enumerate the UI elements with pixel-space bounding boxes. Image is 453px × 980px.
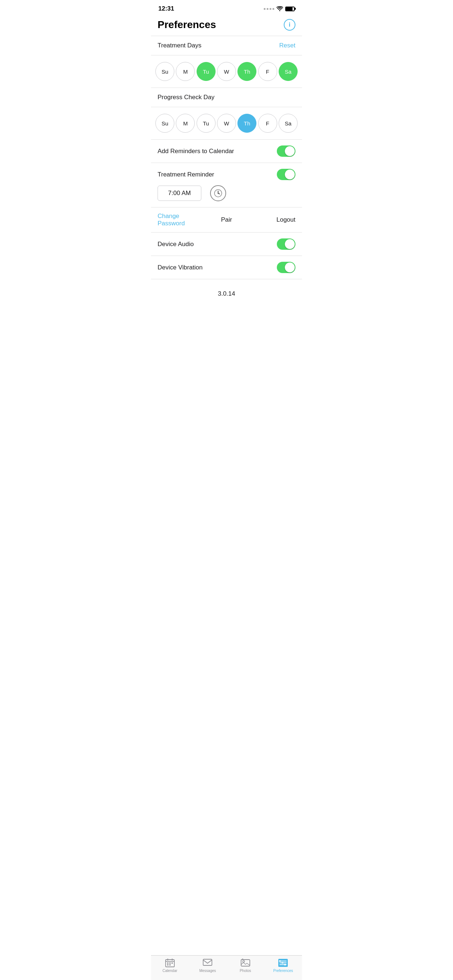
logout-button[interactable]: Logout bbox=[249, 216, 295, 223]
reminders-calendar-label: Add Reminders to Calendar bbox=[158, 148, 234, 155]
reset-button[interactable]: Reset bbox=[279, 42, 295, 49]
treatment-reminder-section: Treatment Reminder 7:00 AM bbox=[151, 163, 302, 207]
progress-check-section: Progress Check Day bbox=[151, 88, 302, 107]
day-th-progress[interactable]: Th bbox=[238, 114, 257, 133]
day-f-treatment[interactable]: F bbox=[258, 62, 277, 81]
pair-button[interactable]: Pair bbox=[204, 216, 249, 223]
day-th-treatment[interactable]: Th bbox=[238, 62, 257, 81]
toggle-knob bbox=[285, 146, 295, 156]
status-time: 12:31 bbox=[158, 5, 174, 13]
day-m-progress[interactable]: M bbox=[176, 114, 195, 133]
treatment-days-section: Treatment Days Reset bbox=[151, 36, 302, 55]
time-row: 7:00 AM bbox=[158, 185, 295, 201]
device-vibration-row: Device Vibration bbox=[158, 262, 295, 273]
clock-svg bbox=[214, 189, 222, 197]
day-tu-treatment[interactable]: Tu bbox=[196, 62, 215, 81]
reminders-calendar-section: Add Reminders to Calendar bbox=[151, 140, 302, 162]
day-su-treatment[interactable]: Su bbox=[155, 62, 174, 81]
clock-icon[interactable] bbox=[210, 185, 226, 201]
battery-icon bbox=[285, 6, 295, 11]
day-sa-progress[interactable]: Sa bbox=[279, 114, 298, 133]
status-bar: 12:31 bbox=[151, 0, 302, 15]
day-su-progress[interactable]: Su bbox=[155, 114, 174, 133]
progress-check-picker: Su M Tu W Th F Sa bbox=[151, 107, 302, 139]
day-f-progress[interactable]: F bbox=[258, 114, 277, 133]
actions-row: Change Password Pair Logout bbox=[151, 207, 302, 232]
day-m-treatment[interactable]: M bbox=[176, 62, 195, 81]
device-audio-section: Device Audio bbox=[151, 232, 302, 256]
time-input[interactable]: 7:00 AM bbox=[158, 186, 201, 201]
device-vibration-toggle[interactable] bbox=[277, 262, 295, 273]
day-w-progress[interactable]: W bbox=[217, 114, 236, 133]
change-password-button[interactable]: Change Password bbox=[158, 213, 204, 227]
toggle-knob-2 bbox=[285, 170, 295, 180]
day-w-treatment[interactable]: W bbox=[217, 62, 236, 81]
toggle-knob-3 bbox=[285, 239, 295, 249]
device-audio-label: Device Audio bbox=[158, 240, 194, 248]
day-tu-progress[interactable]: Tu bbox=[196, 114, 215, 133]
device-audio-toggle[interactable] bbox=[277, 239, 295, 250]
signal-icon bbox=[264, 8, 274, 10]
treatment-reminder-label: Treatment Reminder bbox=[158, 171, 214, 178]
svg-point-4 bbox=[218, 193, 219, 194]
page-header: Preferences i bbox=[151, 15, 302, 36]
toggle-knob-4 bbox=[285, 262, 295, 272]
svg-point-0 bbox=[279, 10, 281, 11]
treatment-days-label: Treatment Days bbox=[158, 42, 201, 49]
treatment-reminder-row: Treatment Reminder bbox=[158, 169, 295, 180]
treatment-days-picker: Su M Tu W Th F Sa bbox=[151, 56, 302, 88]
device-vibration-section: Device Vibration bbox=[151, 256, 302, 279]
version-text: 3.0.14 bbox=[151, 279, 302, 316]
treatment-days-header: Treatment Days Reset bbox=[158, 42, 295, 49]
device-vibration-label: Device Vibration bbox=[158, 264, 203, 271]
progress-check-label: Progress Check Day bbox=[158, 94, 214, 100]
treatment-reminder-toggle[interactable] bbox=[277, 169, 295, 180]
device-audio-row: Device Audio bbox=[158, 239, 295, 250]
page-title: Preferences bbox=[158, 19, 216, 30]
info-button[interactable]: i bbox=[284, 19, 295, 30]
wifi-icon bbox=[276, 6, 283, 11]
content-scroll: Treatment Days Reset Su M Tu W Th F Sa P… bbox=[151, 36, 302, 352]
reminders-calendar-toggle[interactable] bbox=[277, 145, 295, 157]
reminders-calendar-row: Add Reminders to Calendar bbox=[158, 145, 295, 157]
day-sa-treatment[interactable]: Sa bbox=[279, 62, 298, 81]
status-icons bbox=[264, 6, 295, 11]
